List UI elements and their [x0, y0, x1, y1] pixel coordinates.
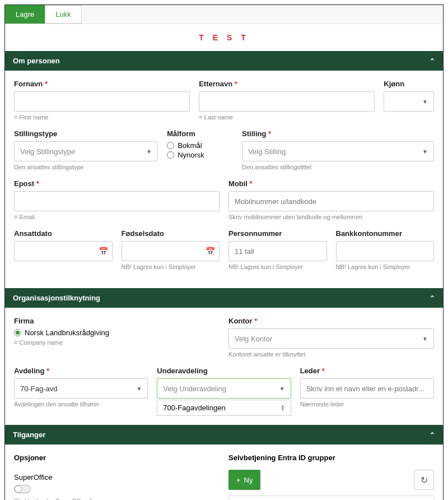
office-select[interactable]: Velg Kontor▼ — [228, 328, 434, 349]
caret-down-icon: ▼ — [136, 386, 142, 392]
dept-help: Avdelingen den ansatte tilhører — [14, 401, 148, 408]
subdept-label: Underavdeling — [157, 367, 291, 375]
spinner-icon[interactable]: ▲▼ — [281, 405, 285, 411]
superoffice-toggle[interactable] — [14, 485, 31, 493]
chevron-up-icon: ⌃ — [430, 294, 435, 302]
chevron-up-icon: ⌃ — [430, 431, 435, 439]
jobtype-help: Den ansattes stillingstype — [14, 164, 158, 170]
caret-down-icon: ▼ — [146, 149, 152, 155]
office-label: Kontor * — [228, 317, 434, 325]
ssn-help: NB! Lagres kun i Simployer — [228, 263, 327, 270]
gender-label: Kjønn — [384, 80, 434, 88]
language-label: Målform — [167, 129, 233, 138]
superoffice-help: Skal bruker ha SuperOffice lisens — [14, 498, 220, 500]
lastname-help: = Last name — [199, 114, 375, 121]
hiredate-input[interactable] — [14, 241, 113, 261]
subdept-option[interactable]: 700-Fagavdelingen ▲▼ — [157, 400, 291, 416]
jobtype-select[interactable]: Velg Stillingstype▼ — [14, 141, 158, 161]
caret-down-icon: ▼ — [422, 336, 428, 342]
superoffice-label: SuperOffice — [14, 473, 220, 482]
refresh-button[interactable]: ↻ — [414, 470, 434, 490]
firstname-help: = First name — [14, 114, 190, 121]
dept-select[interactable]: 70-Fag-avd▼ — [14, 378, 148, 399]
mobile-label: Mobil * — [228, 179, 434, 188]
bank-input[interactable] — [336, 241, 435, 261]
section-org-title: Organisasjonstilknytning — [13, 294, 100, 302]
close-button[interactable]: Lukk — [45, 5, 81, 24]
section-person-header[interactable]: Om personen ⌃ — [5, 51, 443, 71]
dept-label: Avdeling * — [14, 367, 148, 375]
jobtype-label: Stillingstype — [14, 129, 158, 138]
subdept-combo[interactable]: Velg Underavdeling▼ — [157, 378, 291, 399]
birthdate-input[interactable] — [122, 241, 220, 261]
caret-down-icon: ▼ — [279, 386, 285, 392]
caret-down-icon: ▼ — [422, 99, 428, 105]
position-select[interactable]: Velg Stilling▼ — [242, 141, 434, 161]
section-access-header[interactable]: Tilganger ⌃ — [5, 425, 443, 445]
radio-bokmal[interactable]: Bokmål — [167, 141, 233, 150]
firstname-input[interactable] — [14, 91, 190, 112]
radio-on-icon — [14, 329, 21, 336]
bank-help: NB! Lagres kun i Simployer — [336, 263, 435, 270]
calendar-icon[interactable]: 📅 — [99, 247, 108, 256]
company-radio[interactable]: Norsk Landbruksrådgiving — [14, 328, 220, 337]
radio-nynorsk[interactable]: Nynorsk — [167, 151, 233, 159]
position-help: Den ansattes stillingstittel — [242, 164, 434, 170]
radio-icon — [167, 151, 174, 159]
office-help: Kontoret ansatte er tilknyttet — [228, 351, 434, 358]
position-label: Stilling * — [242, 129, 434, 138]
company-help: = Company name — [14, 339, 220, 346]
lastname-label: Etternavn * — [199, 80, 375, 88]
ssn-input[interactable] — [228, 241, 327, 261]
ssn-label: Personnummer — [228, 229, 327, 238]
gender-select[interactable]: ▼ — [384, 91, 434, 112]
manager-help: Nærmeste leder — [300, 401, 434, 408]
hiredate-label: Ansattdato — [14, 229, 113, 238]
new-group-button[interactable]: +Ny — [228, 470, 260, 490]
manager-input[interactable] — [300, 378, 434, 399]
birthdate-help: NB! Lagres kun i Simployer — [122, 263, 220, 270]
company-label: Firma — [14, 317, 220, 325]
page-title: T E S T — [5, 24, 443, 51]
section-access-title: Tilganger — [13, 430, 45, 439]
mobile-help: Skriv mobilnummer uten landkode og mello… — [228, 214, 434, 220]
email-input[interactable] — [14, 191, 220, 211]
group-table-header: Gruppe — [228, 496, 434, 500]
plus-icon: + — [236, 476, 241, 484]
mobile-input[interactable] — [228, 191, 434, 211]
birthdate-label: Fødselsdato — [122, 229, 220, 238]
email-label: Epost * — [14, 179, 220, 188]
entra-label: Selvbetjening Entra ID grupper — [228, 453, 434, 462]
firstname-label: Fornavn * — [14, 80, 190, 88]
options-label: Opsjoner — [14, 453, 220, 462]
refresh-icon: ↻ — [421, 475, 428, 485]
section-org-header[interactable]: Organisasjonstilknytning ⌃ — [5, 288, 443, 308]
column-group: Gruppe — [251, 496, 433, 500]
caret-down-icon: ▼ — [422, 149, 428, 155]
save-button[interactable]: Lagre — [5, 5, 45, 24]
radio-icon — [167, 142, 174, 149]
email-help: = Email — [14, 214, 220, 220]
calendar-icon[interactable]: 📅 — [206, 247, 215, 256]
lastname-input[interactable] — [199, 91, 375, 112]
manager-label: Leder * — [300, 367, 434, 375]
bank-label: Bankkontonummer — [336, 229, 435, 238]
section-person-title: Om personen — [13, 57, 60, 65]
chevron-up-icon: ⌃ — [430, 57, 435, 65]
